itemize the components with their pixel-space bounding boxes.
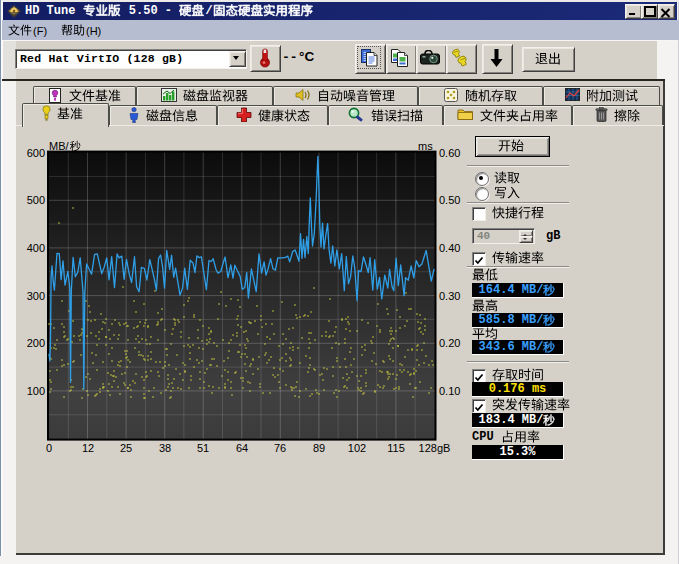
svg-text:MB/: MB/ <box>49 140 70 152</box>
svg-text:12: 12 <box>82 442 94 454</box>
svg-text:300: 300 <box>27 290 45 302</box>
svg-text:100: 100 <box>27 385 45 397</box>
svg-text:500: 500 <box>27 194 45 206</box>
svg-text:400: 400 <box>27 242 45 254</box>
svg-text:0.10: 0.10 <box>439 385 460 397</box>
svg-text:51: 51 <box>197 442 209 454</box>
svg-text:0: 0 <box>46 442 52 454</box>
svg-text:38: 38 <box>159 442 171 454</box>
svg-text:0.30: 0.30 <box>439 290 460 302</box>
svg-text:115: 115 <box>387 442 405 454</box>
svg-text:89: 89 <box>313 442 325 454</box>
svg-text:25: 25 <box>120 442 132 454</box>
svg-text:ms: ms <box>418 140 433 152</box>
svg-text:0.50: 0.50 <box>439 194 460 206</box>
svg-text:0.40: 0.40 <box>439 242 460 254</box>
svg-text:0.60: 0.60 <box>439 147 460 159</box>
svg-text:200: 200 <box>27 337 45 349</box>
svg-text:64: 64 <box>236 442 248 454</box>
svg-text:128gB: 128gB <box>419 442 451 454</box>
svg-text:600: 600 <box>27 147 45 159</box>
svg-text:76: 76 <box>274 442 286 454</box>
svg-text:0.20: 0.20 <box>439 337 460 349</box>
svg-text:102: 102 <box>348 442 366 454</box>
